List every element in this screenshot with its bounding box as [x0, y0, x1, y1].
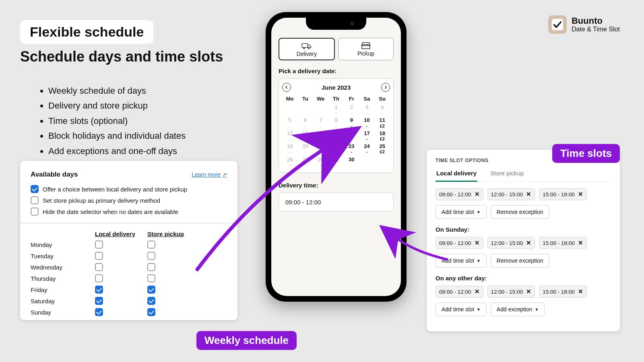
option-label: Hide the date selector when no dates are…: [43, 208, 178, 215]
remove-chip-icon[interactable]: ✕: [526, 288, 531, 295]
day-label: Wednesday: [31, 264, 95, 271]
add-time-slot-button[interactable]: Add time slot▼: [436, 205, 487, 219]
svg-point-3: [308, 47, 310, 49]
day-checkbox[interactable]: [147, 308, 155, 316]
calendar-day[interactable]: 27-: [297, 156, 313, 169]
calendar-day[interactable]: 18£2: [375, 130, 390, 142]
calendar-day[interactable]: 12-: [282, 130, 297, 142]
method-label: Pickup: [357, 50, 374, 57]
calendar-day[interactable]: 29-: [328, 156, 344, 169]
calendar-day[interactable]: 10-: [359, 116, 374, 129]
day-label: Monday: [31, 241, 95, 248]
calendar-day[interactable]: 26-: [282, 156, 297, 169]
remove-chip-icon[interactable]: ✕: [578, 239, 583, 247]
calendar-day[interactable]: 14-: [313, 130, 328, 142]
time-slot-chip[interactable]: 09:00 - 12:00✕: [436, 237, 483, 249]
calendar-day[interactable]: 1-: [328, 103, 344, 116]
remove-chip-icon[interactable]: ✕: [526, 239, 531, 247]
exception-button[interactable]: Remove exception: [491, 205, 549, 219]
tab-local-delivery[interactable]: Local delivery: [436, 167, 477, 182]
calendar-dow: We: [313, 94, 328, 103]
hero-headline: Schedule days and time slots: [20, 48, 223, 65]
chip-label: 15:00 - 18:00: [543, 240, 575, 246]
tab-store-pickup[interactable]: Store pickup: [489, 167, 524, 181]
time-slot-chip[interactable]: 12:00 - 15:00✕: [487, 237, 535, 249]
calendar-day[interactable]: 4-: [375, 103, 390, 116]
checkbox[interactable]: [31, 196, 39, 204]
time-slot-chip[interactable]: 15:00 - 18:00✕: [539, 237, 587, 249]
calendar-day[interactable]: 19-: [282, 142, 297, 155]
time-slot-chip[interactable]: 12:00 - 15:00✕: [487, 188, 535, 200]
calendar-day[interactable]: 13-: [297, 130, 313, 142]
day-checkbox[interactable]: [147, 297, 155, 305]
calendar-day[interactable]: 17-: [359, 130, 374, 142]
day-checkbox[interactable]: [95, 263, 103, 271]
bullet-item: Add exceptions and one-off days: [48, 144, 186, 158]
remove-chip-icon[interactable]: ✕: [578, 191, 583, 198]
delivery-time-label: Delivery time:: [279, 182, 394, 189]
checkbox[interactable]: [31, 208, 39, 216]
day-checkbox[interactable]: [95, 286, 103, 294]
day-label: Tuesday: [31, 253, 95, 259]
day-checkbox[interactable]: [147, 286, 155, 294]
calendar-day[interactable]: 7-: [313, 116, 328, 129]
phone-notch: [306, 18, 366, 30]
delivery-time-select[interactable]: 09:00 - 12:00: [279, 193, 394, 212]
calendar-day[interactable]: 16-: [344, 130, 359, 142]
day-checkbox[interactable]: [147, 263, 155, 271]
calendar-day[interactable]: 21-: [313, 142, 328, 155]
calendar-day[interactable]: 8-: [328, 116, 344, 129]
calendar-day: [297, 103, 313, 116]
calendar-day[interactable]: 15-: [328, 130, 344, 142]
time-slot-chip[interactable]: 09:00 - 12:00✕: [436, 188, 483, 200]
day-checkbox[interactable]: [95, 308, 103, 316]
calendar-day[interactable]: 20-: [297, 142, 313, 155]
prev-month-button[interactable]: [282, 83, 291, 92]
remove-chip-icon[interactable]: ✕: [475, 239, 480, 247]
day-checkbox[interactable]: [147, 274, 155, 282]
exception-button[interactable]: Add exception▼: [491, 302, 545, 316]
time-slot-chip[interactable]: 15:00 - 18:00✕: [539, 188, 587, 200]
calendar-day[interactable]: 11£2: [375, 116, 390, 129]
checkbox[interactable]: [31, 185, 39, 193]
exception-button[interactable]: Remove exception: [491, 254, 549, 267]
method-delivery[interactable]: Delivery: [279, 38, 335, 60]
remove-chip-icon[interactable]: ✕: [578, 288, 583, 295]
remove-chip-icon[interactable]: ✕: [475, 191, 480, 198]
day-checkbox[interactable]: [95, 274, 103, 282]
day-checkbox[interactable]: [95, 297, 103, 305]
learn-more-link[interactable]: Learn more ↗: [192, 171, 227, 178]
day-checkbox[interactable]: [147, 241, 155, 249]
calendar-day[interactable]: 25£2: [375, 142, 390, 155]
calendar-day[interactable]: 2-: [344, 103, 359, 116]
add-time-slot-button[interactable]: Add time slot▼: [436, 302, 487, 316]
arrow-right-icon: [384, 85, 388, 89]
add-time-slot-button[interactable]: Add time slot▼: [436, 254, 487, 267]
calendar-day[interactable]: 30: [344, 156, 359, 169]
calendar-day[interactable]: 22-: [328, 142, 344, 155]
external-link-icon: ↗: [222, 171, 227, 178]
remove-chip-icon[interactable]: ✕: [475, 288, 480, 295]
time-slot-chip[interactable]: 15:00 - 18:00✕: [539, 286, 587, 298]
next-month-button[interactable]: [381, 83, 390, 92]
calendar-day[interactable]: 6-: [297, 116, 313, 129]
time-slot-options-card: TIME SLOT OPTIONS Local delivery Store p…: [427, 150, 620, 331]
remove-chip-icon[interactable]: ✕: [526, 191, 531, 198]
time-slot-chip[interactable]: 09:00 - 12:00✕: [436, 286, 483, 298]
calendar-day[interactable]: 28-: [313, 156, 328, 169]
calendar-day[interactable]: 23-: [344, 142, 359, 155]
bullet-item: Time slots (optional): [48, 113, 186, 128]
day-checkbox[interactable]: [95, 241, 103, 249]
logo-subtitle: Date & Time Slot: [572, 26, 620, 33]
method-pickup[interactable]: Pickup: [338, 38, 394, 60]
learn-more-text: Learn more: [192, 171, 221, 178]
calendar-day[interactable]: 5-: [282, 116, 297, 129]
day-checkbox[interactable]: [147, 252, 155, 260]
time-slot-chip[interactable]: 12:00 - 15:00✕: [487, 286, 535, 298]
day-checkbox[interactable]: [95, 252, 103, 260]
calendar-day: [282, 103, 297, 116]
chip-label: 12:00 - 15:00: [491, 289, 523, 295]
calendar-day[interactable]: 3-: [359, 103, 374, 116]
calendar-day[interactable]: 24-: [359, 142, 374, 155]
calendar-day[interactable]: 9-: [344, 116, 359, 129]
